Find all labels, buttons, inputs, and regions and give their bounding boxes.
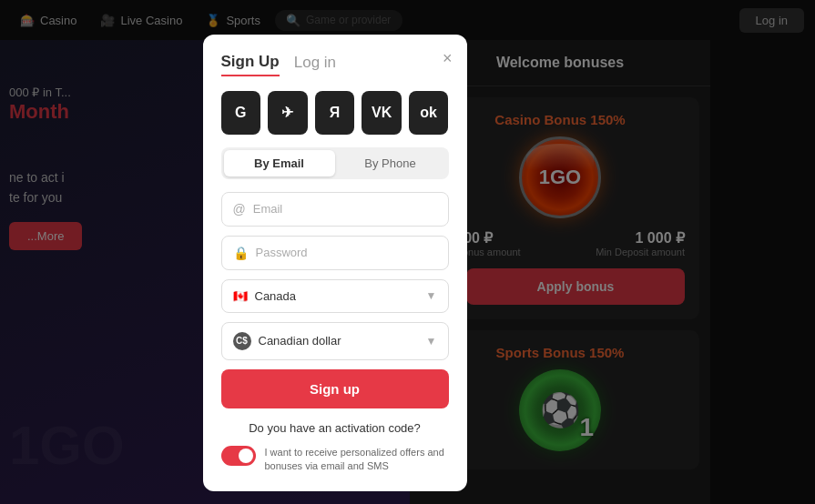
consent-toggle[interactable] [221,446,256,466]
by-email-option[interactable]: By Email [224,150,335,176]
email-input[interactable] [253,202,437,216]
chevron-down-icon-2: ▼ [426,335,437,348]
chevron-down-icon: ▼ [426,289,437,302]
email-icon: @ [233,202,246,217]
currency-select[interactable]: C$ Canadian dollar ▼ [221,322,449,360]
canada-flag-icon: 🇨🇦 [233,289,248,303]
modal-overlay: Sign Up Log in × G ✈ Я VK ok By Email By… [0,0,815,504]
email-field-container: @ [221,192,449,227]
activation-code-text: Do you have an activation code? [221,421,449,435]
ok-social-button[interactable]: ok [409,91,449,135]
country-select[interactable]: 🇨🇦 Canada ▼ [221,279,449,313]
currency-icon: C$ [233,332,251,350]
google-social-button[interactable]: G [221,91,261,135]
vk-social-button[interactable]: VK [362,91,402,135]
telegram-social-button[interactable]: ✈ [268,91,308,135]
by-phone-option[interactable]: By Phone [335,150,446,176]
tab-login[interactable]: Log in [294,54,336,76]
signup-modal: Sign Up Log in × G ✈ Я VK ok By Email By… [203,35,467,492]
password-field-container: 🔒 [221,236,449,270]
signup-button[interactable]: Sign up [221,369,449,408]
social-buttons-group: G ✈ Я VK ok [221,91,449,135]
consent-row: I want to receive personalized offers an… [221,446,449,474]
lock-icon: 🔒 [233,246,249,260]
modal-close-button[interactable]: × [443,49,453,68]
email-phone-toggle: By Email By Phone [221,147,449,179]
modal-header: Sign Up Log in [221,53,449,76]
yandex-social-button[interactable]: Я [315,91,355,135]
tab-signup[interactable]: Sign Up [221,53,280,76]
consent-text: I want to receive personalized offers an… [265,446,449,474]
password-input[interactable] [256,246,437,259]
